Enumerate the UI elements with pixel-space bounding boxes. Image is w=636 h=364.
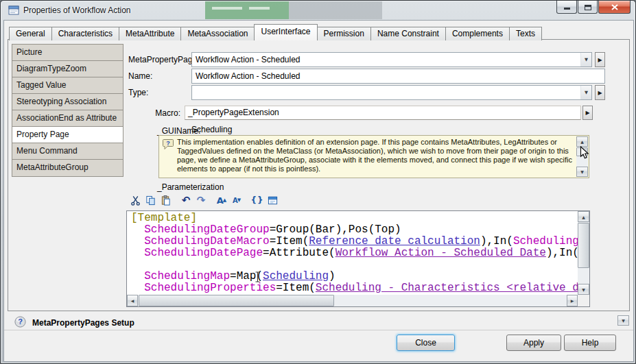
close-button[interactable]: Close bbox=[397, 335, 455, 351]
type-value bbox=[192, 86, 580, 99]
footer-separator bbox=[4, 330, 633, 330]
name-label: Name: bbox=[128, 71, 152, 81]
code-vertical-scrollbar[interactable]: ▲ ▼ bbox=[578, 211, 589, 295]
scroll-down-icon[interactable]: ▼ bbox=[578, 284, 589, 295]
close-window-button[interactable] bbox=[598, 1, 631, 14]
type-label: Type: bbox=[128, 88, 148, 97]
tab-strip: General Characteristics MetaAttribute Me… bbox=[9, 25, 541, 40]
cut-icon[interactable] bbox=[128, 193, 142, 207]
minimize-button[interactable] bbox=[556, 1, 577, 14]
font-decrease-icon[interactable]: A▼ bbox=[230, 193, 244, 207]
sidebar-item-picture[interactable]: Picture bbox=[12, 45, 123, 61]
tab-complements[interactable]: Complements bbox=[445, 27, 510, 40]
macro-label: Macro: bbox=[124, 108, 180, 118]
metapropertypage-jump-button[interactable]: ▶ bbox=[595, 52, 605, 67]
type-combobox[interactable]: ▼ bbox=[191, 85, 592, 100]
macro-value: _PropertyPageExtension bbox=[188, 108, 279, 117]
macro-jump-button[interactable]: ▶ bbox=[582, 106, 593, 120]
macro-field[interactable]: _PropertyPageExtension bbox=[185, 106, 581, 120]
sidebar-item-associationend-as-attribute[interactable]: AssociationEnd as Attribute bbox=[12, 110, 123, 127]
svg-text:?: ? bbox=[18, 317, 23, 326]
scroll-up-icon[interactable]: ▲ bbox=[578, 211, 589, 222]
scroll-right-icon[interactable]: ▶ bbox=[567, 295, 578, 306]
code-horizontal-scrollbar[interactable]: ◀ ▶ bbox=[127, 295, 578, 306]
scroll-down-icon[interactable]: ▼ bbox=[576, 167, 588, 177]
metapropertypage-label: MetaPropertyPage: bbox=[128, 55, 199, 64]
tab-permission[interactable]: Permission bbox=[317, 27, 371, 40]
sidebar-item-diagramtypezoom[interactable]: DiagramTypeZoom bbox=[12, 61, 123, 77]
code-editor[interactable]: [Template] SchedulingDateGroup=Group(Bar… bbox=[126, 210, 590, 307]
scrollbar-thumb[interactable] bbox=[139, 295, 334, 306]
status-question-icon: ? bbox=[14, 316, 26, 328]
scrollbar-thumb[interactable] bbox=[578, 223, 589, 268]
font-increase-icon[interactable]: A▲ bbox=[215, 193, 228, 207]
undo-icon[interactable]: ↶ bbox=[179, 193, 193, 207]
code-lines[interactable]: [Template] SchedulingDateGroup=Group(Bar… bbox=[127, 211, 578, 295]
sidebar-item-tagged-value[interactable]: Tagged Value bbox=[12, 77, 123, 94]
chevron-down-icon[interactable]: ▼ bbox=[580, 86, 591, 99]
name-input[interactable] bbox=[191, 69, 605, 84]
close-icon bbox=[611, 4, 618, 10]
minimize-icon bbox=[564, 8, 570, 10]
status-bar-text: MetaPropertyPages Setup bbox=[32, 318, 134, 328]
copy-icon[interactable] bbox=[143, 193, 157, 207]
help-balloon-icon: ? bbox=[162, 138, 174, 150]
background-window-artifact bbox=[289, 1, 382, 19]
help-button[interactable]: Help bbox=[564, 335, 616, 351]
insert-field-icon[interactable] bbox=[266, 193, 279, 207]
scroll-left-icon[interactable]: ◀ bbox=[127, 295, 138, 306]
metapropertypage-combobox[interactable]: Workflow Action - Scheduled ▼ bbox=[191, 52, 592, 67]
ui-component-list: Picture DiagramTypeZoom Tagged Value Ste… bbox=[12, 44, 123, 177]
redo-icon[interactable]: ↷ bbox=[194, 193, 208, 207]
background-text-artifact bbox=[249, 7, 270, 10]
code-toolbar: ↶ ↷ A▲ A▼ {} bbox=[128, 193, 281, 207]
help-info-text: This implementation enables definition o… bbox=[177, 138, 572, 173]
maximize-icon bbox=[585, 5, 591, 10]
background-window-artifact bbox=[205, 1, 289, 19]
sidebar-item-stereotyping-association[interactable]: Stereotyping Association bbox=[12, 94, 123, 110]
metapropertypage-value: Workflow Action - Scheduled bbox=[192, 53, 580, 66]
braces-icon[interactable]: {} bbox=[250, 193, 264, 207]
text-cursor bbox=[255, 271, 261, 282]
scrollbar-corner bbox=[578, 295, 589, 306]
tab-metaattribute[interactable]: MetaAttribute bbox=[119, 27, 181, 40]
window-icon bbox=[8, 5, 19, 16]
tab-texts[interactable]: Texts bbox=[509, 27, 542, 40]
apply-button[interactable]: Apply bbox=[506, 335, 561, 351]
tab-metaassociation[interactable]: MetaAssociation bbox=[180, 27, 255, 40]
mouse-cursor bbox=[580, 146, 589, 160]
status-scroll-down-icon[interactable]: ▼ bbox=[617, 315, 629, 326]
help-info-box: ? This implementation enables definition… bbox=[158, 135, 589, 178]
scroll-up-icon[interactable]: ▲ bbox=[576, 136, 588, 147]
tab-userinterface[interactable]: UserInterface bbox=[254, 24, 317, 40]
svg-text:?: ? bbox=[166, 140, 170, 147]
type-jump-button[interactable]: ▶ bbox=[595, 85, 605, 100]
dialog-window: Properties of Workflow Action General Ch… bbox=[0, 0, 636, 364]
maximize-button[interactable] bbox=[578, 1, 598, 14]
sidebar-item-property-page[interactable]: Property Page bbox=[12, 127, 123, 143]
window-title: Properties of Workflow Action bbox=[23, 5, 131, 15]
tab-general[interactable]: General bbox=[9, 27, 52, 40]
jump-arrow-icon: ▶ bbox=[598, 90, 602, 96]
tab-characteristics[interactable]: Characteristics bbox=[51, 27, 119, 40]
sidebar-item-metaattributegroup[interactable]: MetaAttributeGroup bbox=[12, 160, 123, 176]
tab-name-constraint[interactable]: Name Constraint bbox=[370, 27, 446, 40]
guiname-value: Scheduling bbox=[191, 125, 232, 134]
sidebar-item-menu-command[interactable]: Menu Command bbox=[12, 143, 123, 160]
jump-arrow-icon: ▶ bbox=[598, 57, 602, 63]
chevron-down-icon[interactable]: ▼ bbox=[580, 53, 591, 66]
jump-arrow-icon: ▶ bbox=[585, 110, 589, 116]
background-text-artifact bbox=[212, 7, 242, 10]
paste-icon[interactable] bbox=[158, 193, 172, 207]
parameterization-label: _Parameterization bbox=[157, 182, 224, 192]
